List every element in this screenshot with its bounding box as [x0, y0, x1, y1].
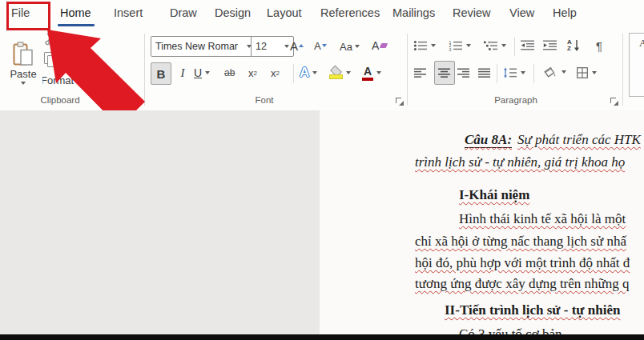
underline-label: U	[194, 66, 202, 79]
doc-line: Câu 8A:Sự phát triển các HTK	[465, 132, 641, 148]
document-canvas-margin	[0, 110, 320, 334]
justify-icon	[478, 68, 491, 78]
increase-indent-icon	[543, 40, 557, 51]
shrink-font-label: A	[314, 40, 321, 52]
doc-line: Có 3 yếu tố cơ bản	[459, 326, 561, 334]
tab-home[interactable]: Home	[60, 6, 91, 19]
decrease-indent-icon	[521, 40, 535, 51]
show-formatting-marks-button[interactable]: ¶	[596, 34, 602, 57]
subscript-button[interactable]: x2	[248, 62, 257, 83]
text-highlight-button[interactable]	[328, 62, 351, 83]
caret-down-icon	[322, 44, 327, 47]
sort-arrow-icon	[574, 39, 580, 52]
shading-button[interactable]	[541, 61, 566, 83]
shrink-font-button[interactable]: A	[314, 36, 327, 55]
align-left-icon	[414, 68, 427, 78]
chevron-down-icon	[521, 71, 525, 74]
paste-button[interactable]: Paste	[5, 32, 42, 94]
document-page[interactable]: Câu 8A:Sự phát triển các HTK trình lịch …	[320, 110, 644, 334]
paste-label: Paste	[10, 68, 36, 80]
font-color-icon: A	[362, 66, 373, 81]
justify-button[interactable]	[478, 62, 491, 83]
strikethrough-label: ab	[224, 67, 235, 78]
align-center-button[interactable]	[434, 61, 455, 85]
file-tab-highlight-box	[6, 2, 50, 30]
highlighter-icon	[328, 66, 343, 79]
strikethrough-button[interactable]: ab	[224, 62, 235, 83]
pilcrow-icon: ¶	[596, 39, 602, 53]
eraser-icon	[380, 43, 388, 48]
doc-heading: II-Tiến trình lịch sử - tự nhiên	[445, 302, 620, 318]
superscript-button[interactable]: x2	[271, 62, 280, 83]
clear-formatting-button[interactable]: A	[372, 36, 387, 55]
small-divider	[293, 64, 294, 83]
font-color-button[interactable]: A	[362, 62, 381, 83]
change-case-button[interactable]: Aa	[340, 38, 360, 55]
group-divider	[622, 34, 623, 106]
multilevel-list-icon	[484, 40, 498, 51]
italic-button[interactable]: I	[175, 62, 191, 83]
font-color-letter: A	[364, 66, 372, 77]
tab-draw[interactable]: Draw	[170, 6, 197, 19]
bullets-button[interactable]	[413, 36, 436, 55]
bottom-black-bar	[0, 334, 644, 340]
paint-bucket-icon	[541, 66, 557, 79]
borders-button[interactable]	[577, 62, 597, 83]
tab-design[interactable]: Design	[215, 6, 251, 19]
tab-layout[interactable]: Layout	[267, 6, 302, 19]
chevron-down-icon	[431, 44, 436, 47]
align-center-icon	[438, 68, 451, 78]
tab-help[interactable]: Help	[553, 6, 577, 19]
styles-gallery-sliver[interactable]: A	[629, 33, 644, 97]
text-effects-button[interactable]: A	[300, 62, 317, 83]
text-effects-icon: A	[300, 65, 309, 81]
svg-text:3: 3	[449, 47, 452, 51]
doc-line: Hình thái kinh tế xã hội là một	[459, 211, 626, 227]
font-size-value: 12	[256, 41, 267, 52]
increase-indent-button[interactable]	[543, 36, 557, 55]
small-divider	[514, 37, 515, 56]
font-dialog-launcher-icon[interactable]	[396, 98, 405, 106]
tab-view[interactable]: View	[509, 6, 534, 19]
chevron-down-icon	[346, 71, 351, 74]
tab-review[interactable]: Review	[453, 6, 491, 19]
grow-font-button[interactable]: A	[290, 36, 304, 55]
chevron-down-icon	[205, 71, 210, 74]
numbered-list-icon: 1 2 3	[449, 40, 463, 51]
change-case-label: Aa	[340, 41, 352, 53]
doc-heading-label: Câu 8A:	[465, 132, 512, 148]
small-divider	[533, 64, 534, 83]
decrease-indent-button[interactable]	[521, 36, 535, 55]
chevron-down-icon	[561, 70, 566, 74]
tab-insert[interactable]: Insert	[114, 6, 143, 19]
numbering-button[interactable]: 1 2 3	[449, 36, 471, 55]
tab-references[interactable]: References	[320, 6, 380, 19]
paragraph-dialog-launcher-icon[interactable]	[610, 98, 619, 106]
align-left-button[interactable]	[414, 62, 427, 83]
clipboard-icon	[13, 42, 34, 66]
bold-button[interactable]: B	[151, 62, 171, 85]
caret-up-icon	[299, 44, 304, 47]
tab-mailings[interactable]: Mailings	[392, 6, 435, 19]
font-family-combobox[interactable]: Times New Romar	[151, 36, 256, 57]
ribbon-tab-bar: File Home Insert Draw Design Layout Refe…	[0, 0, 644, 29]
multilevel-list-button[interactable]	[484, 36, 506, 55]
chevron-down-icon	[355, 45, 360, 48]
doc-heading: I-Khái niệm	[459, 187, 529, 203]
align-right-button[interactable]	[457, 62, 470, 83]
font-group-label: Font	[240, 95, 288, 105]
doc-line: trình lịch sử - tự nhiên, giá trị khoa h…	[415, 154, 625, 170]
doc-line: hội đó, phù hợp với một trình độ nhất đ	[415, 255, 630, 271]
underline-button[interactable]: U	[194, 62, 210, 83]
superscript-digit: 2	[276, 70, 280, 77]
sort-button[interactable]: A Z	[567, 34, 580, 57]
group-divider	[407, 34, 408, 106]
paragraph-group-label: Paragraph	[487, 95, 545, 105]
style-preview-partial-letter: A	[639, 37, 644, 50]
doc-text: Sự phát triển các HTK	[517, 132, 641, 147]
line-spacing-button[interactable]	[503, 62, 525, 83]
font-size-combobox[interactable]: 12	[251, 36, 294, 57]
bullet-list-icon	[413, 40, 428, 51]
chevron-down-icon	[466, 44, 471, 47]
chevron-down-icon	[21, 82, 26, 85]
